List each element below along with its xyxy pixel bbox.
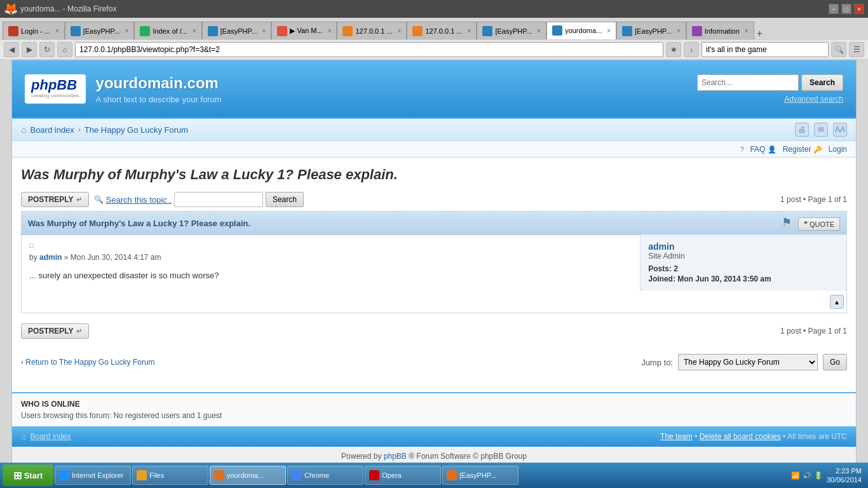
footer-sep2: • (783, 432, 787, 441)
phpbb-logo: phpBB creating communities (25, 74, 86, 104)
clock-date: 30/06/2014 (827, 475, 862, 484)
window-title: yourdoma... - Mozilla Firefox (20, 4, 116, 13)
tab-close-icon[interactable]: × (607, 27, 611, 34)
search-topic-link[interactable]: Search this topic . (106, 195, 172, 205)
breadcrumb-separator: › (78, 125, 81, 134)
jump-go-button[interactable]: Go (823, 354, 847, 370)
tab-easyphp1[interactable]: [EasyPHP... × (65, 22, 135, 39)
tab-login[interactable]: Login - ... × (3, 22, 65, 39)
tab-127-1[interactable]: 127.0.0.1 ... × (337, 22, 407, 39)
taskbar-app-mozilla[interactable]: [EasyPHP... (442, 466, 519, 485)
mozilla-icon (447, 470, 457, 480)
volume-icon: 🔊 (803, 471, 811, 480)
forum-container: phpBB creating communities yourdomain.co… (11, 60, 857, 466)
browser-window: 🦊 yourdoma... - Mozilla Firefox − □ × Lo… (0, 0, 868, 466)
tab-easyphp3[interactable]: [EasyPHP... × (477, 22, 546, 39)
tab-label: yourdoma... (565, 27, 602, 34)
post-footer-row: ▲ (22, 291, 847, 313)
more-tools-button[interactable]: ☰ (849, 42, 864, 57)
refresh-button[interactable]: ↻ (39, 42, 55, 57)
footer-board-index-link[interactable]: Board index (30, 432, 71, 441)
bookmark-button[interactable]: ★ (666, 42, 681, 57)
tab-index[interactable]: Index of /... × (134, 22, 201, 39)
return-link[interactable]: Return to The Happy Go Lucky Forum (25, 358, 154, 367)
jump-to-select[interactable]: The Happy Go Lucky Forum (678, 354, 818, 370)
back-button[interactable]: ◀ (4, 42, 19, 57)
start-button[interactable]: ⊞ Start (3, 464, 53, 486)
footer-post-reply-button[interactable]: POSTREPLY ↵ (21, 323, 89, 339)
forward-button[interactable]: ▶ (22, 42, 37, 57)
battery-icon: 🔋 (814, 471, 823, 480)
tab-close-icon[interactable]: × (193, 27, 196, 34)
tab-icon (208, 26, 218, 36)
tab-close-icon[interactable]: × (537, 27, 541, 34)
tab-information[interactable]: Information × (686, 22, 754, 39)
phpbb-link[interactable]: phpBB (384, 452, 407, 461)
tab-close-icon[interactable]: × (55, 27, 59, 34)
taskbar-app-files[interactable]: Files (132, 466, 208, 485)
tab-close-icon[interactable]: × (745, 27, 749, 34)
faq-icon: ? (740, 146, 744, 153)
history-button[interactable]: ↓ (684, 42, 699, 57)
tab-icon (277, 26, 287, 36)
new-tab-button[interactable]: + (757, 28, 763, 39)
taskbar-app-ie[interactable]: Internet Explorer (55, 466, 131, 485)
footer-all-times-text: All times are UTC (787, 432, 847, 441)
font-size-button[interactable]: AA (833, 123, 847, 137)
breadcrumb-home[interactable]: Board index (30, 125, 74, 135)
window-controls: − □ × (829, 4, 864, 14)
tab-close-icon[interactable]: × (468, 27, 471, 34)
maximize-button[interactable]: □ (841, 4, 851, 14)
search-topic-button[interactable]: Search (266, 192, 304, 207)
breadcrumb-section[interactable]: The Happy Go Lucky Forum (85, 125, 188, 135)
print-button[interactable]: 🖨 (795, 123, 809, 137)
tab-icon (552, 25, 562, 36)
poster-username[interactable]: admin (648, 241, 839, 252)
advanced-search-link[interactable]: Advanced search (784, 95, 843, 104)
main-content: Was Murphy of Murphy's Law a Lucky 1? Pl… (12, 158, 856, 392)
taskbar-app-chrome[interactable]: Chrome (287, 466, 363, 485)
quote-button[interactable]: ❝ QUOTE (798, 217, 840, 231)
search-submit-button[interactable]: 🔍 (831, 42, 846, 57)
tab-close-icon[interactable]: × (262, 27, 266, 34)
taskbar-app-opera[interactable]: Opera (365, 466, 441, 485)
browser-search-input[interactable] (702, 42, 829, 57)
home-button[interactable]: ⌂ (57, 42, 72, 57)
register-icon: 👤 (768, 146, 776, 153)
folder-icon (137, 470, 147, 480)
post-author[interactable]: admin (39, 253, 62, 262)
address-bar[interactable] (75, 42, 663, 57)
tab-close-icon[interactable]: × (125, 27, 129, 34)
footer-delete-cookies-link[interactable]: Delete all board cookies (700, 432, 781, 441)
faq-link[interactable]: FAQ (750, 145, 765, 154)
footer-the-team-link[interactable]: The team (660, 432, 693, 441)
scroll-top-button[interactable]: ▲ (830, 295, 844, 309)
post-content-cell: □ by admin » Mon Jun 30, 2014 4:17 am ..… (22, 235, 641, 292)
tab-van[interactable]: ▶ Van M... × (271, 22, 337, 39)
register-link[interactable]: Register (783, 145, 811, 154)
footer-reply-label: POSTREPLY (28, 327, 74, 336)
report-icon[interactable]: ⚑ (782, 216, 792, 229)
phpbb-logo-text: phpBB (31, 78, 77, 92)
header-search-area: Search Advanced search (697, 74, 843, 104)
taskbar-app-firefox[interactable]: yourdoma... (210, 466, 286, 485)
tab-close-icon[interactable]: × (677, 27, 681, 34)
tab-close-icon[interactable]: × (328, 27, 332, 34)
header-search-button[interactable]: Search (801, 74, 843, 91)
minimize-button[interactable]: − (829, 4, 839, 14)
login-link[interactable]: Login (829, 145, 847, 154)
network-icon: 📶 (791, 471, 800, 480)
post-reply-button[interactable]: POSTREPLY ↵ (21, 192, 89, 207)
close-button[interactable]: × (854, 4, 864, 14)
email-button[interactable]: ✉ (814, 123, 828, 137)
tab-easyphp2[interactable]: [EasyPHP... × (202, 22, 272, 39)
tab-close-icon[interactable]: × (398, 27, 402, 34)
poster-posts: Posts: 2 (648, 264, 839, 273)
forum-header: phpBB creating communities yourdomain.co… (12, 60, 856, 118)
tab-127-2[interactable]: 127.0.0.1 ... × (407, 22, 477, 39)
tab-easyphp4[interactable]: [EasyPHP... × (616, 22, 686, 39)
search-topic-input[interactable] (174, 192, 263, 207)
header-search-input[interactable] (697, 74, 799, 91)
tab-label: [EasyPHP... (635, 27, 672, 35)
tab-yourdomain[interactable]: yourdoma... × (546, 22, 616, 39)
